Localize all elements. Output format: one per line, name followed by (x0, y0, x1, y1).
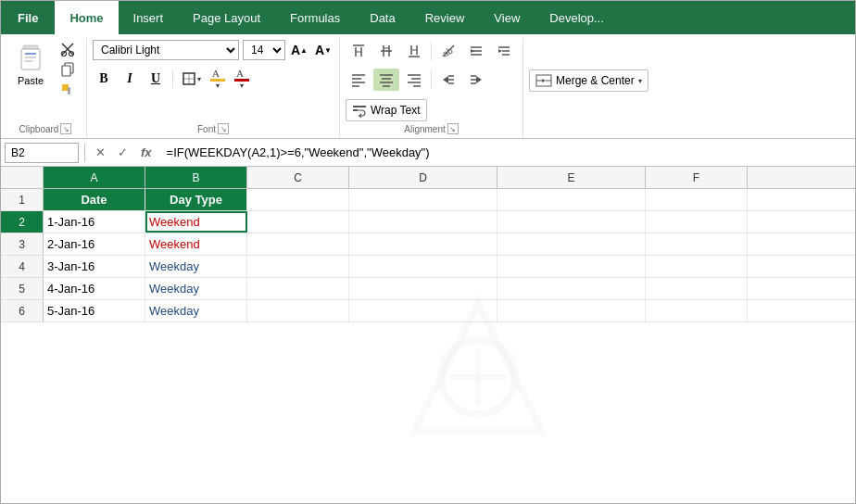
cell-e6[interactable] (497, 300, 646, 321)
align-bottom-button[interactable] (401, 40, 427, 62)
alignment-expand[interactable]: ↘ (447, 123, 459, 134)
cell-f2[interactable] (646, 211, 748, 233)
cell-a1[interactable]: Date (44, 189, 145, 210)
cell-c3[interactable] (247, 233, 349, 255)
row-num-2[interactable]: 2 (1, 211, 44, 233)
formula-cancel-button[interactable]: ✕ (91, 144, 109, 162)
cell-d4[interactable] (349, 256, 497, 277)
increase-font-size-button[interactable]: A▲ (289, 40, 309, 60)
cell-a5[interactable]: 4-Jan-16 (44, 278, 145, 299)
cell-f6[interactable] (646, 300, 748, 321)
row-num-5[interactable]: 5 (1, 278, 44, 299)
col-header-a[interactable]: A (44, 167, 145, 188)
cell-b5[interactable]: Weekday (145, 278, 247, 299)
cell-a3[interactable]: 2-Jan-16 (44, 233, 145, 255)
align-center-button[interactable] (373, 69, 399, 91)
underline-button[interactable]: U (145, 68, 167, 90)
tab-home[interactable]: Home (55, 1, 118, 34)
cell-b1[interactable]: Day Type (145, 189, 247, 210)
cell-c4[interactable] (247, 256, 349, 277)
cell-b6[interactable]: Weekday (145, 300, 247, 321)
formula-input[interactable] (161, 144, 851, 161)
cell-c6[interactable] (247, 300, 349, 321)
cell-e3[interactable] (497, 233, 646, 255)
orientation-button[interactable]: ab (435, 40, 461, 62)
merge-dropdown-arrow: ▾ (638, 77, 642, 85)
align-top-button[interactable] (346, 40, 371, 62)
col-header-c[interactable]: C (247, 167, 349, 188)
bold-button[interactable]: B (93, 68, 115, 90)
tab-file[interactable]: File (1, 1, 55, 34)
paste-button[interactable]: Paste (10, 40, 51, 88)
svg-rect-62 (353, 109, 358, 111)
row-num-3[interactable]: 3 (1, 233, 44, 255)
tab-develop[interactable]: Develop... (535, 1, 619, 34)
cell-d3[interactable] (349, 233, 497, 255)
cell-d2[interactable] (349, 211, 497, 233)
row-num-6[interactable]: 6 (1, 300, 44, 321)
cell-c5[interactable] (247, 278, 349, 299)
format-painter-button[interactable] (55, 81, 81, 99)
cell-f4[interactable] (646, 256, 748, 277)
cell-d1[interactable] (349, 189, 497, 210)
cell-e4[interactable] (497, 256, 646, 277)
row-num-1[interactable]: 1 (1, 189, 44, 210)
tab-insert[interactable]: Insert (119, 1, 179, 34)
formula-confirm-button[interactable]: ✓ (113, 144, 132, 162)
font-group: Calibri Light 14 A▲ A▼ B I U (87, 38, 340, 138)
decrease-font-size-button[interactable]: A▼ (313, 40, 334, 60)
cell-f1[interactable] (646, 189, 748, 210)
cell-e5[interactable] (497, 278, 646, 299)
col-header-e[interactable]: E (497, 167, 646, 188)
highlight-dropdown-arrow: ▾ (216, 82, 220, 90)
cell-reference-box[interactable]: B2 (5, 143, 79, 163)
cell-e1[interactable] (497, 189, 646, 210)
align-right-button[interactable] (401, 69, 427, 91)
align-middle-button[interactable] (373, 40, 399, 62)
cell-e2[interactable] (497, 211, 646, 233)
highlight-color-button[interactable]: A ▾ (208, 67, 228, 91)
italic-button[interactable]: I (119, 68, 141, 90)
cell-b2[interactable]: Weekend (145, 211, 247, 233)
copy-button[interactable] (55, 60, 81, 79)
decrease-indent-button[interactable] (463, 40, 489, 62)
sheet-area: A B C D E F 1 Date Day Type 2 1-Jan-16 (1, 167, 855, 503)
svg-marker-40 (498, 49, 502, 53)
table-row: 2 1-Jan-16 Weekend (1, 211, 855, 233)
alignment-label: Alignment ↘ (404, 123, 458, 136)
cut-button[interactable] (55, 40, 81, 58)
tab-page-layout[interactable]: Page Layout (178, 1, 275, 34)
border-button[interactable]: ▾ (179, 69, 204, 88)
cell-b3[interactable]: Weekend (145, 233, 247, 255)
cell-f5[interactable] (646, 278, 748, 299)
cell-b4[interactable]: Weekday (145, 256, 247, 277)
col-header-b[interactable]: B (145, 167, 247, 188)
wrap-text-button[interactable]: Wrap Text (346, 99, 427, 121)
cell-c1[interactable] (247, 189, 349, 210)
cell-d5[interactable] (349, 278, 497, 299)
merge-center-button[interactable]: Merge & Center ▾ (529, 69, 648, 92)
tab-view[interactable]: View (479, 1, 535, 34)
row-num-4[interactable]: 4 (1, 256, 44, 277)
corner-cell (1, 167, 44, 188)
font-color-button[interactable]: A ▾ (232, 67, 252, 91)
cell-a4[interactable]: 3-Jan-16 (44, 256, 145, 277)
cell-c2[interactable] (247, 211, 349, 233)
col-header-d[interactable]: D (349, 167, 497, 188)
col-header-f[interactable]: F (646, 167, 748, 188)
increase-indent-button[interactable] (491, 40, 517, 62)
font-size-select[interactable]: 14 (243, 40, 285, 60)
tab-review[interactable]: Review (410, 1, 480, 34)
cell-a6[interactable]: 5-Jan-16 (44, 300, 145, 321)
align-left-button[interactable] (346, 69, 371, 91)
tab-formulas[interactable]: Formulas (275, 1, 355, 34)
cell-d6[interactable] (349, 300, 497, 321)
tab-data[interactable]: Data (355, 1, 409, 34)
clipboard-expand[interactable]: ↘ (60, 123, 71, 134)
font-expand[interactable]: ↘ (218, 123, 229, 134)
cell-a2[interactable]: 1-Jan-16 (44, 211, 145, 233)
increase-indent-button2[interactable] (463, 69, 489, 91)
cell-f3[interactable] (646, 233, 748, 255)
decrease-indent-button2[interactable] (435, 69, 461, 91)
font-name-select[interactable]: Calibri Light (93, 40, 239, 60)
